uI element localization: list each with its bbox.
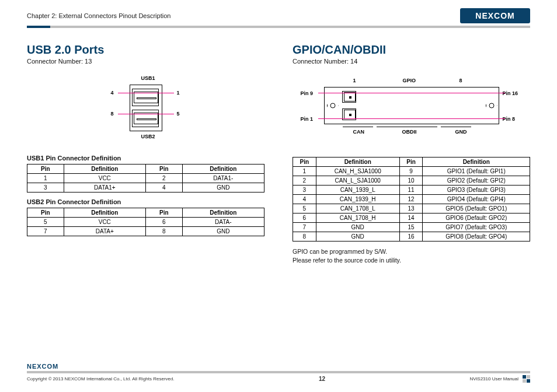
usb1-inner — [134, 92, 158, 103]
usb2-table-caption: USB2 Pin Connector Definition — [27, 198, 264, 205]
gpio-pin8: Pin 8 — [503, 116, 516, 122]
gpio-can: CAN — [353, 129, 365, 135]
gpio-note2: Please refer to the source code in utili… — [293, 256, 530, 265]
rule-accent — [27, 26, 50, 28]
under-obdii — [377, 127, 437, 127]
gpio-connector-number: Connector Number: 14 — [293, 58, 530, 65]
logo-text: NEXCOM — [475, 11, 514, 20]
gpio-diagram: 1 GPIO 8 Pin 9 Pin 16 Pin 1 Pin 8 — [295, 73, 528, 149]
gpio-pin16: Pin 16 — [503, 90, 518, 96]
th: Definition — [423, 158, 530, 167]
page-footer: NEXCOM Copyright © 2013 NEXCOM Internati… — [27, 363, 530, 383]
usb2-port — [132, 110, 159, 127]
chapter-title: Chapter 2: External Connectors Pinout De… — [27, 12, 460, 19]
table-row: 1CAN_H_SJA10009GPIO1 (Default: GPI1) — [293, 167, 530, 176]
th: Pin — [399, 158, 423, 167]
usb-line-1 — [118, 93, 174, 93]
footer-rule-gray — [27, 371, 530, 373]
gpio-pin9: Pin 9 — [301, 90, 314, 96]
header-rule — [27, 26, 530, 28]
gpio-obdii: OBDII — [402, 129, 417, 135]
table-row: 6CAN_1708_H14GPIO6 (Default: GPO2) — [293, 214, 530, 223]
th: Definition — [182, 164, 264, 174]
table-row: 7GND15GPIO7 (Default: GPO3) — [293, 223, 530, 232]
table-row: 7DATA+ 8GND — [27, 227, 264, 236]
hex-right-icon — [486, 99, 497, 112]
usb-pin-8: 8 — [111, 111, 114, 117]
usb-section: USB 2.0 Ports Connector Number: 13 USB1 … — [27, 43, 264, 264]
th: Pin — [145, 164, 182, 174]
gpio-pin1: Pin 1 — [301, 116, 314, 122]
usb1-table: Pin Definition Pin Definition 1VCC 2DATA… — [27, 164, 264, 192]
table-row: 3DATA1+ 4GND — [27, 183, 264, 192]
th: Pin — [293, 158, 316, 167]
usb-connector-number: Connector Number: 13 — [27, 58, 264, 65]
usb-title: USB 2.0 Ports — [27, 43, 264, 57]
gpio-top-8: 8 — [459, 78, 462, 83]
gpio-line-top — [318, 93, 505, 93]
under-can — [343, 127, 373, 127]
usb1-port — [132, 89, 159, 106]
table-row: 3CAN_1939_L11GPIO3 (Default: GPI3) — [293, 186, 530, 195]
under-gnd — [441, 127, 471, 127]
gpio-note1: GPIO can be programmed by S/W. — [293, 247, 530, 256]
page-number: 12 — [175, 376, 470, 382]
usb2-inner — [134, 113, 158, 124]
gpio-top-1: 1 — [353, 78, 356, 83]
table-row: 1VCC 2DATA1- — [27, 174, 264, 183]
th: Definition — [64, 164, 145, 174]
th: Definition — [316, 158, 399, 167]
manual-name: NViS2310 User Manual — [470, 376, 518, 382]
gpio-title: GPIO/CAN/OBDII — [293, 43, 530, 57]
nexcom-logo-top: NEXCOM — [460, 8, 530, 23]
usb-diagram: USB1 4 1 8 5 USB2 — [88, 73, 204, 143]
table-row: 5VCC 6DATA- — [27, 218, 264, 227]
usb-pin-1: 1 — [177, 90, 180, 96]
th: Pin — [27, 164, 64, 174]
gpio-section: GPIO/CAN/OBDII Connector Number: 14 1 GP… — [293, 43, 530, 264]
usb-line-2 — [118, 114, 174, 114]
usb2-table: Pin Definition Pin Definition 5VCC 6DATA… — [27, 208, 264, 236]
nexcom-logo-bottom: NEXCOM — [27, 363, 530, 370]
table-row: 4CAN_1939_H12GPIO4 (Default: GPI4) — [293, 195, 530, 204]
copyright-text: Copyright © 2013 NEXCOM International Co… — [27, 376, 175, 382]
gpio-table: Pin Definition Pin Definition 1CAN_H_SJA… — [293, 157, 530, 242]
page-content: USB 2.0 Ports Connector Number: 13 USB1 … — [0, 28, 557, 264]
page-header: Chapter 2: External Connectors Pinout De… — [0, 0, 557, 23]
th: Pin — [27, 208, 64, 218]
table-row: 5CAN_1708_L13GPIO5 (Default: GPO1) — [293, 204, 530, 214]
footer-rule — [27, 371, 530, 373]
table-row: 8GND16GPIO8 (Default: GPO4) — [293, 232, 530, 242]
table-row: 2CAN_L_SJA100010GPIO2 (Default: GPI2) — [293, 176, 530, 186]
usb1-table-caption: USB1 Pin Connector Definition — [27, 155, 264, 162]
gpio-gnd: GND — [455, 129, 467, 135]
usb-pin-4: 4 — [111, 90, 114, 96]
footer-squares-icon — [522, 374, 530, 383]
hex-left-icon — [327, 99, 339, 112]
usb-pin-5: 5 — [177, 111, 180, 117]
gpio-line-bot — [318, 118, 505, 119]
usb-connector-box — [130, 85, 162, 131]
th: Definition — [182, 208, 264, 218]
th: Definition — [64, 208, 145, 218]
rule-gray — [50, 26, 530, 28]
gpio-top-label: GPIO — [403, 78, 416, 83]
th: Pin — [145, 208, 182, 218]
usb1-label: USB1 — [141, 75, 155, 81]
usb2-label: USB2 — [141, 134, 155, 139]
